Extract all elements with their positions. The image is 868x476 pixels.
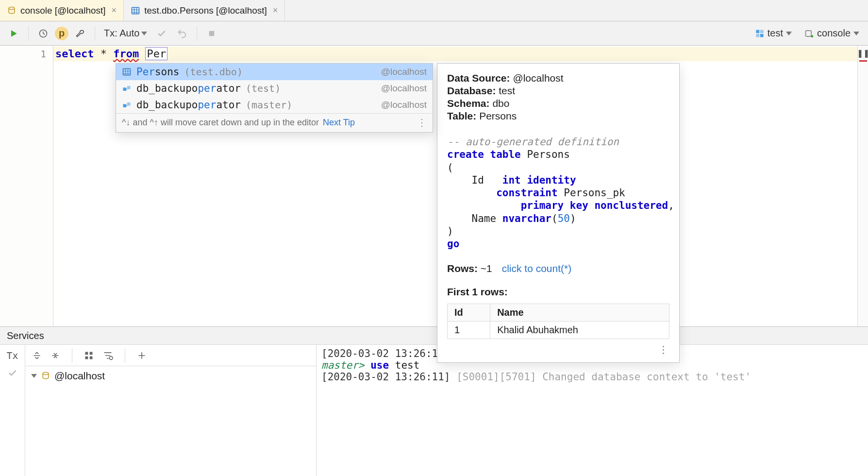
autocomplete-footer: ^↓ and ^↑ will move caret down and up in… <box>116 113 433 132</box>
divider <box>72 348 72 363</box>
kw-from: from <box>113 48 139 60</box>
services-left-pane: @localhost <box>25 345 317 476</box>
autocomplete-popup: Persons (test.dbo) @localhost db_backupo… <box>116 63 433 133</box>
schema-icon <box>755 29 765 38</box>
history-button[interactable] <box>34 25 52 42</box>
autocomplete-item-persons[interactable]: Persons (test.dbo) @localhost <box>116 64 433 80</box>
chevron-down-icon <box>141 32 147 35</box>
svg-point-0 <box>9 7 15 9</box>
tree-node-label: @localhost <box>54 370 105 382</box>
error-marker[interactable] <box>859 60 867 62</box>
rows-label: Rows: <box>447 263 478 274</box>
svg-rect-17 <box>85 356 88 359</box>
console-context-label: console <box>817 28 851 39</box>
value-data-source: @localhost <box>513 72 563 84</box>
svg-rect-12 <box>127 86 131 89</box>
undo-icon <box>177 28 187 39</box>
tab-label: console [@localhost] <box>20 5 106 16</box>
commit-button[interactable] <box>153 25 170 42</box>
pause-icon[interactable]: ❚❚ <box>857 49 868 58</box>
role-icon <box>122 100 132 110</box>
close-icon[interactable]: × <box>273 5 278 16</box>
chevron-down-icon[interactable] <box>31 374 37 378</box>
editor-toolbar: p Tx: Auto test console <box>0 21 868 46</box>
ac-meta: (test) <box>246 83 281 94</box>
services-log[interactable]: [2020-03-02 13:26:11] master> use test [… <box>317 345 868 476</box>
ac-pre: db_backupo <box>136 83 198 94</box>
preview-table: Id Name 1 Khalid Abuhakmeh <box>447 304 669 339</box>
tx-mode-dropdown[interactable]: Tx: Auto <box>101 28 150 39</box>
rows-value: ~1 <box>481 263 492 274</box>
click-to-count-link[interactable]: click to count(*) <box>502 263 572 274</box>
chevron-down-icon <box>853 32 859 35</box>
ddl-preview: -- auto-generated definition create tabl… <box>447 136 669 250</box>
cell-id: 1 <box>448 322 490 339</box>
db-console-icon <box>7 6 17 16</box>
tree-node-localhost[interactable]: @localhost <box>31 370 310 382</box>
rows-summary: Rows: ~1 click to count(*) <box>447 263 669 274</box>
log-message: [S0001][5701] Changed database context t… <box>456 371 751 383</box>
services-side-gutter: Tx <box>0 345 25 476</box>
svg-rect-6 <box>756 34 759 37</box>
wrench-icon <box>75 29 85 38</box>
autocomplete-next-tip-link[interactable]: Next Tip <box>323 118 355 128</box>
tx-indicator[interactable]: Tx <box>6 350 18 361</box>
svg-rect-11 <box>123 87 127 91</box>
ac-origin: @localhost <box>381 100 427 110</box>
label-table: Table: <box>447 110 476 121</box>
grid-icon[interactable] <box>84 351 94 360</box>
services-tree[interactable]: @localhost <box>25 366 316 386</box>
ac-origin: @localhost <box>381 83 427 94</box>
value-table: Persons <box>479 110 517 121</box>
session-icon <box>804 29 814 38</box>
rollback-button[interactable] <box>173 25 191 42</box>
divider <box>125 348 125 363</box>
autocomplete-item-dbbackup-test[interactable]: db_backupoperator (test) @localhost <box>116 80 433 97</box>
plan-button[interactable]: p <box>55 27 68 40</box>
autocomplete-more-icon[interactable]: ⋮ <box>417 117 428 128</box>
log-timestamp: [2020-03-02 13:26:11] <box>321 348 451 359</box>
svg-rect-8 <box>806 31 812 36</box>
tab-label: test.dbo.Persons [@localhost] <box>144 5 267 16</box>
value-database: test <box>499 85 515 96</box>
filter-icon[interactable] <box>102 351 113 360</box>
check-icon[interactable] <box>8 368 17 378</box>
run-button[interactable] <box>5 25 22 42</box>
table-icon <box>131 6 140 16</box>
add-icon[interactable] <box>137 351 147 360</box>
console-context-dropdown[interactable]: console <box>801 26 863 41</box>
close-icon[interactable]: × <box>112 5 117 16</box>
svg-point-19 <box>109 356 113 359</box>
editor-gutter: 1 <box>0 46 53 326</box>
services-panel-title[interactable]: Services <box>0 326 868 345</box>
star: * <box>94 48 113 60</box>
settings-button[interactable] <box>71 25 89 42</box>
stop-button[interactable] <box>203 25 220 42</box>
clock-icon <box>38 29 48 38</box>
log-timestamp: [2020-03-02 13:26:11] <box>321 371 451 383</box>
table-row: 1 Khalid Abuhakmeh <box>448 322 669 339</box>
svg-point-9 <box>811 35 813 37</box>
database-context-dropdown[interactable]: test <box>751 26 796 41</box>
collapse-all-icon[interactable] <box>50 351 60 360</box>
autocomplete-item-dbbackup-master[interactable]: db_backupoperator (master) @localhost <box>116 97 433 113</box>
first-rows-label: First 1 rows: <box>447 286 669 298</box>
divider <box>28 26 29 41</box>
svg-rect-16 <box>90 352 93 355</box>
play-icon <box>9 29 18 38</box>
divider <box>197 26 197 41</box>
svg-rect-3 <box>209 31 215 36</box>
stop-icon <box>207 29 216 38</box>
services-toolbar <box>25 345 316 366</box>
col-name: Name <box>490 304 669 322</box>
database-context-label: test <box>768 28 783 39</box>
datasource-icon <box>41 371 50 381</box>
code-line-1[interactable]: select * from Per <box>53 47 857 61</box>
ac-match: per <box>198 83 216 94</box>
tab-persons-table[interactable]: test.dbo.Persons [@localhost] × <box>124 0 285 21</box>
check-icon <box>157 29 167 38</box>
tab-console[interactable]: console [@localhost] × <box>0 0 124 21</box>
doc-more-icon[interactable]: ⋮ <box>447 344 669 356</box>
expand-all-icon[interactable] <box>32 351 42 360</box>
svg-rect-7 <box>760 34 764 37</box>
